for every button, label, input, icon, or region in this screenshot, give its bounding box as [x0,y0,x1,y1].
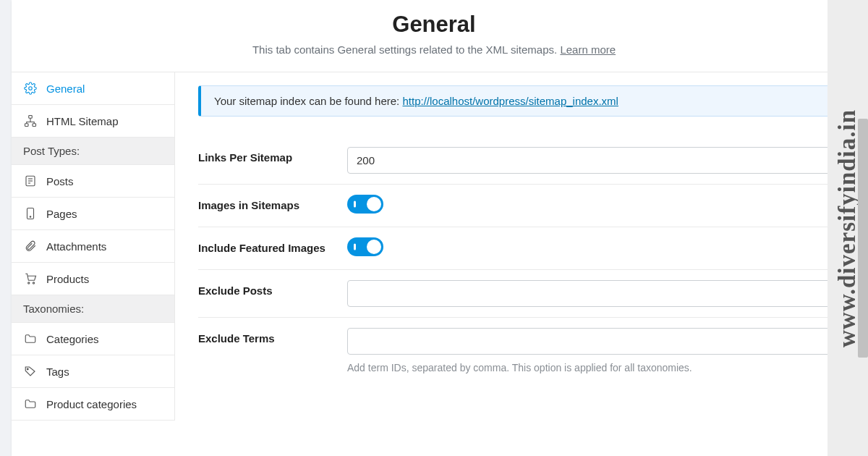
include-featured-toggle[interactable] [347,237,383,256]
clip-icon [23,239,38,253]
svg-point-9 [30,216,31,218]
field-label: Exclude Terms [198,328,347,345]
sidebar-item-label: Products [46,273,89,285]
field-exclude-posts: Exclude Posts [198,270,833,318]
settings-panel: General This tab contains General settin… [12,0,856,456]
sidebar-item-label: Product categories [46,398,137,410]
sidebar-group-taxonomies: Taxonomies: [12,295,174,323]
folder-icon [23,397,38,411]
exclude-terms-input[interactable] [347,328,833,355]
learn-more-link[interactable]: Learn more [560,43,616,56]
sidebar-item-pages[interactable]: Pages [12,198,174,230]
page-header: General This tab contains General settin… [12,0,856,72]
sitemap-icon [23,114,38,128]
svg-point-12 [27,368,28,370]
sidebar: General HTML Sitemap Post Types: Posts P… [12,72,175,421]
sidebar-item-label: Attachments [46,240,106,253]
sitemap-notice: Your sitemap index can be found here: ht… [198,85,833,117]
field-include-featured: Include Featured Images [198,227,833,270]
field-links-per-sitemap: Links Per Sitemap [198,137,833,185]
field-label: Links Per Sitemap [198,147,347,164]
page-title: General [12,12,856,38]
sidebar-group-post-types: Post Types: [12,138,174,165]
cart-icon [23,271,38,286]
svg-rect-2 [25,124,29,127]
watermark: www.diversifyindia.in [827,0,868,456]
images-in-sitemaps-toggle[interactable] [347,195,383,214]
svg-point-0 [29,87,33,90]
sidebar-item-html-sitemap[interactable]: HTML Sitemap [12,105,174,138]
svg-rect-3 [33,124,36,127]
main-content: Your sitemap index can be found here: ht… [175,72,856,421]
page-icon [23,206,38,221]
field-images-in-sitemaps: Images in Sitemaps [198,185,833,227]
scrollbar-thumb[interactable] [858,119,868,358]
folder-icon [23,332,38,346]
sidebar-item-label: Pages [46,208,77,220]
post-icon [23,174,38,188]
sidebar-item-products[interactable]: Products [12,263,174,295]
field-label: Images in Sitemaps [198,195,347,211]
svg-rect-1 [29,116,33,119]
body: General HTML Sitemap Post Types: Posts P… [12,72,856,421]
exclude-terms-help: Add term IDs, separated by comma. This o… [347,362,833,373]
field-label: Include Featured Images [198,237,347,254]
svg-point-10 [28,282,30,284]
sidebar-item-product-categories[interactable]: Product categories [12,388,174,421]
links-per-sitemap-input[interactable] [347,147,833,174]
field-label: Exclude Posts [198,280,347,297]
exclude-posts-input[interactable] [347,280,833,307]
sidebar-item-label: Posts [46,175,74,187]
sidebar-item-label: HTML Sitemap [46,115,118,127]
tag-icon [23,364,38,379]
sidebar-item-categories[interactable]: Categories [12,323,174,355]
gear-icon [23,81,38,96]
svg-point-11 [33,282,34,284]
sidebar-item-attachments[interactable]: Attachments [12,230,174,263]
sidebar-item-posts[interactable]: Posts [12,165,174,198]
field-exclude-terms: Exclude Terms Add term IDs, separated by… [198,318,833,384]
page-description: This tab contains General settings relat… [12,43,856,56]
sidebar-item-tags[interactable]: Tags [12,355,174,388]
sidebar-item-label: Categories [46,333,99,345]
sidebar-item-label: Tags [46,366,69,378]
sidebar-item-label: General [46,83,85,95]
sitemap-url-link[interactable]: http://localhost/wordpress/sitemap_index… [402,95,618,107]
sidebar-item-general[interactable]: General [12,72,174,105]
